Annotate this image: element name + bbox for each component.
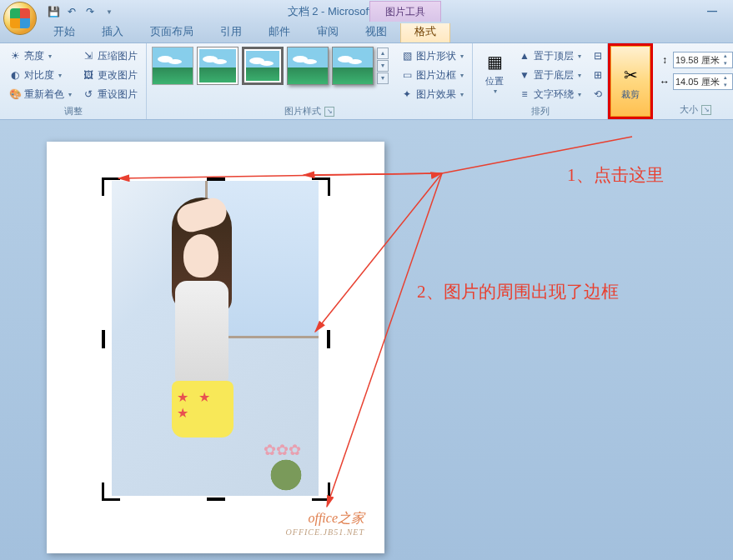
picture-style-gallery[interactable]: ▴▾▾ [152,47,389,85]
recolor-button[interactable]: 🎨重新着色▾ [5,85,75,103]
dialog-launcher-icon[interactable]: ↘ [324,107,334,117]
picture-shape-icon: ▧ [400,49,414,62]
brightness-icon: ☀ [8,49,22,62]
position-icon: ▦ [481,48,508,75]
picture-border-button[interactable]: ▭图片边框▾ [397,66,467,84]
office-button[interactable] [3,2,37,35]
style-thumb[interactable] [287,47,329,85]
recolor-icon: 🎨 [8,88,22,101]
change-picture-button[interactable]: 🖼更改图片 [78,66,141,84]
tab-format[interactable]: 格式 [400,20,450,42]
tab-view[interactable]: 视图 [352,21,400,42]
picture-border-icon: ▭ [400,68,414,82]
text-wrap-icon: ≡ [518,88,531,101]
send-back-icon: ▼ [518,68,531,82]
contrast-icon: ◐ [8,68,22,82]
context-tab-picture-tools: 图片工具 [369,1,441,22]
style-thumb[interactable] [197,47,238,85]
tab-review[interactable]: 审阅 [304,21,352,42]
group-icon: ⊞ [591,68,605,82]
align-icon: ⊟ [591,49,605,62]
reset-picture-button[interactable]: ↺重设图片 [78,85,141,103]
annotation-1: 1、点击这里 [567,163,664,187]
brightness-button[interactable]: ☀亮度▾ [5,47,75,65]
qat-undo-icon[interactable]: ↶ [63,3,80,20]
picture-effects-icon: ✦ [400,88,414,101]
style-thumb[interactable] [242,47,284,85]
style-thumb[interactable] [332,47,374,85]
tab-home[interactable]: 开始 [40,21,88,42]
style-thumb[interactable] [152,47,193,85]
minimize-button[interactable]: — [701,5,723,18]
tab-references[interactable]: 引用 [207,21,255,42]
dialog-launcher-icon[interactable]: ↘ [701,105,711,115]
crop-icon: ✂ [617,62,644,88]
inserted-picture[interactable] [112,181,319,496]
rotate-icon: ⟲ [591,88,605,101]
compress-button[interactable]: ⇲压缩图片 [78,47,141,65]
tab-mailings[interactable]: 邮件 [255,21,304,42]
height-icon: ↕ [658,53,671,67]
send-back-button[interactable]: ▼置于底层▾ [515,66,585,84]
annotation-2: 2、图片的周围出现了边框 [417,280,619,303]
reset-picture-icon: ↺ [82,88,95,101]
width-icon: ↔ [658,75,671,88]
picture-effects-button[interactable]: ✦图片效果▾ [397,85,467,103]
watermark: office之家OFFICE.JB51.NET [286,510,364,537]
group-size-label: 大小 [680,103,698,116]
group-styles-label: 图片样式 [284,105,321,118]
qat-customize-icon[interactable]: ▼ [100,3,117,20]
picture-shape-button[interactable]: ▧图片形状▾ [397,47,467,65]
document-page[interactable]: office之家OFFICE.JB51.NET [47,142,384,553]
change-picture-icon: 🖼 [82,68,95,82]
qat-save-icon[interactable]: 💾 [45,3,62,20]
text-wrap-button[interactable]: ≡文字环绕▾ [515,85,585,103]
position-button[interactable]: ▦ 位置 ▾ [478,47,511,97]
compress-icon: ⇲ [82,49,95,62]
width-input[interactable]: 14.05 厘米▴▾ [673,73,733,90]
group-arrange-label: 排列 [478,103,602,119]
bring-front-icon: ▲ [518,49,531,62]
contrast-button[interactable]: ◐对比度▾ [5,66,75,84]
bring-front-button[interactable]: ▲置于顶层▾ [515,47,585,65]
group-adjust-label: 调整 [5,103,141,119]
crop-button[interactable]: ✂ 裁剪 [614,60,647,102]
height-input[interactable]: 19.58 厘米▴▾ [673,52,733,68]
qat-redo-icon[interactable]: ↷ [82,3,98,20]
gallery-scroller[interactable]: ▴▾▾ [377,48,389,84]
tab-insert[interactable]: 插入 [88,21,137,42]
tab-page-layout[interactable]: 页面布局 [137,21,207,42]
